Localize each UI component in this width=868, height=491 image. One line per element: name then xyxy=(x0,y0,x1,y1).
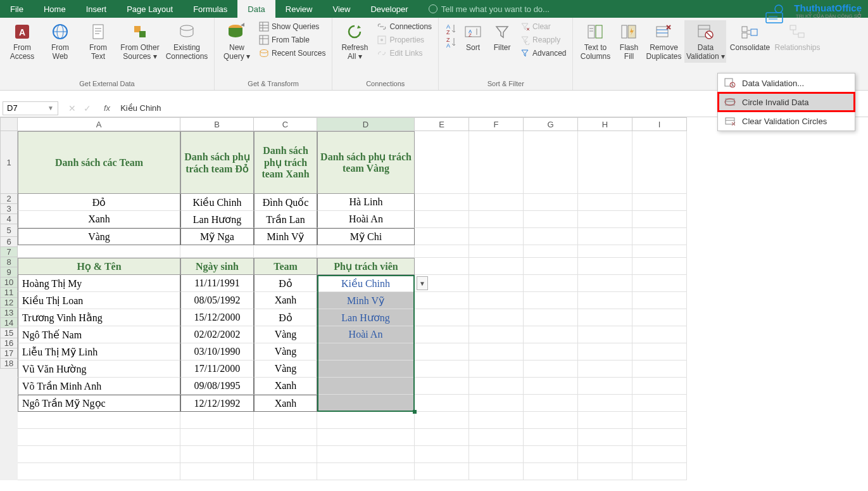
cell[interactable] xyxy=(415,292,469,309)
cell[interactable] xyxy=(469,131,524,194)
from-other-button[interactable]: From Other Sources ▾ xyxy=(118,20,162,63)
cell[interactable] xyxy=(180,412,254,429)
row-header-6[interactable]: 6 xyxy=(0,237,18,247)
cell[interactable] xyxy=(415,131,469,194)
cell[interactable] xyxy=(578,463,632,480)
cell[interactable] xyxy=(469,343,524,360)
cell[interactable] xyxy=(632,245,687,258)
cell[interactable] xyxy=(632,228,687,245)
cell[interactable] xyxy=(415,360,469,378)
cell[interactable]: Hoàng Thị My xyxy=(18,275,180,292)
row-header-4[interactable]: 4 xyxy=(0,214,18,224)
cell[interactable] xyxy=(524,412,578,429)
cell[interactable] xyxy=(180,463,254,480)
tab-view[interactable]: View xyxy=(322,0,360,18)
cell[interactable]: Hoài An xyxy=(317,326,415,343)
tab-home[interactable]: Home xyxy=(34,0,76,18)
cell[interactable]: Đỏ xyxy=(18,194,180,211)
cell[interactable] xyxy=(180,446,254,463)
cell[interactable] xyxy=(469,245,524,258)
cell[interactable]: Team xyxy=(254,258,317,275)
cell[interactable]: Liễu Thị Mỹ Linh xyxy=(18,343,180,360)
tab-formulas[interactable]: Formulas xyxy=(183,0,237,18)
cell[interactable]: Xanh xyxy=(254,292,317,309)
cell[interactable] xyxy=(469,378,524,395)
cell[interactable]: Đỏ xyxy=(254,309,317,326)
cell[interactable]: 02/02/2002 xyxy=(180,326,254,343)
row-header-14[interactable]: 14 xyxy=(0,318,18,328)
cell[interactable] xyxy=(415,463,469,480)
cell[interactable] xyxy=(180,245,254,258)
cell[interactable] xyxy=(578,412,632,429)
cell[interactable] xyxy=(632,131,687,194)
cell[interactable] xyxy=(632,378,687,395)
fx-icon[interactable]: fx xyxy=(99,103,115,113)
cell[interactable] xyxy=(524,228,578,245)
cell[interactable]: Kiều Chinh xyxy=(180,194,254,211)
cell[interactable] xyxy=(415,343,469,360)
advanced-button[interactable]: Advanced xyxy=(517,47,569,60)
cell[interactable] xyxy=(415,378,469,395)
cell[interactable] xyxy=(469,309,524,326)
cell[interactable] xyxy=(632,292,687,309)
cell[interactable] xyxy=(578,446,632,463)
filter-button[interactable]: Filter xyxy=(488,20,516,53)
cell[interactable]: Minh Vỹ xyxy=(317,292,415,309)
tab-developer[interactable]: Developer xyxy=(360,0,418,18)
selection-handle[interactable] xyxy=(413,410,417,414)
cell[interactable]: Vàng xyxy=(254,343,317,360)
cell[interactable] xyxy=(578,378,632,395)
cell[interactable] xyxy=(469,275,524,292)
cell[interactable] xyxy=(632,412,687,429)
cell[interactable]: Trần Lan xyxy=(254,211,317,228)
cell-A1[interactable]: Danh sách các Team xyxy=(18,131,180,194)
cell[interactable] xyxy=(578,326,632,343)
cell[interactable] xyxy=(469,292,524,309)
row-header-7[interactable]: 7 xyxy=(0,247,18,257)
existing-conn-button[interactable]: Existing Connections xyxy=(163,20,210,63)
dv-data-validation[interactable]: Data Validation... xyxy=(718,73,855,92)
cell[interactable] xyxy=(317,429,415,446)
col-header-D[interactable]: D xyxy=(317,117,415,131)
tab-data[interactable]: Data xyxy=(237,0,275,18)
cell[interactable] xyxy=(632,395,687,412)
cell[interactable] xyxy=(317,378,415,395)
cell[interactable] xyxy=(469,412,524,429)
cell[interactable] xyxy=(317,463,415,480)
cell[interactable] xyxy=(578,292,632,309)
cell[interactable]: Xanh xyxy=(254,395,317,412)
col-header-H[interactable]: H xyxy=(578,117,632,131)
from-access-button[interactable]: AFrom Access xyxy=(4,20,41,63)
cell[interactable] xyxy=(317,446,415,463)
connections-button[interactable]: Connections xyxy=(374,20,434,33)
row-header-8[interactable]: 8 xyxy=(0,257,18,267)
cell[interactable] xyxy=(578,258,632,275)
select-all-corner[interactable] xyxy=(0,117,18,131)
cell[interactable] xyxy=(578,360,632,378)
data-validation-button[interactable]: Data Validation ▾ xyxy=(684,20,726,63)
cell[interactable] xyxy=(524,395,578,412)
cell[interactable] xyxy=(632,463,687,480)
remove-duplicates-button[interactable]: Remove Duplicates xyxy=(644,20,683,63)
cell[interactable] xyxy=(578,245,632,258)
cell[interactable]: Ngày sinh xyxy=(180,258,254,275)
cell[interactable] xyxy=(469,194,524,211)
cell[interactable] xyxy=(578,211,632,228)
sort-button[interactable]: AZSort xyxy=(459,20,487,53)
name-box[interactable]: D7▼ xyxy=(3,101,58,115)
refresh-all-button[interactable]: Refresh All ▾ xyxy=(336,20,373,63)
row-header-11[interactable]: 11 xyxy=(0,288,18,298)
cell[interactable]: Võ Trần Minh Anh xyxy=(18,378,180,395)
cell[interactable]: Phụ trách viên xyxy=(317,258,415,275)
cell[interactable]: Hà Linh xyxy=(317,194,415,211)
cell[interactable] xyxy=(415,228,469,245)
cell[interactable] xyxy=(317,395,415,412)
col-header-F[interactable]: F xyxy=(469,117,524,131)
cell[interactable] xyxy=(632,194,687,211)
cell[interactable] xyxy=(317,245,415,258)
cell[interactable]: Mỹ Nga xyxy=(180,228,254,245)
cell[interactable] xyxy=(18,245,180,258)
cell[interactable] xyxy=(469,429,524,446)
cell[interactable] xyxy=(524,292,578,309)
cell[interactable] xyxy=(524,429,578,446)
